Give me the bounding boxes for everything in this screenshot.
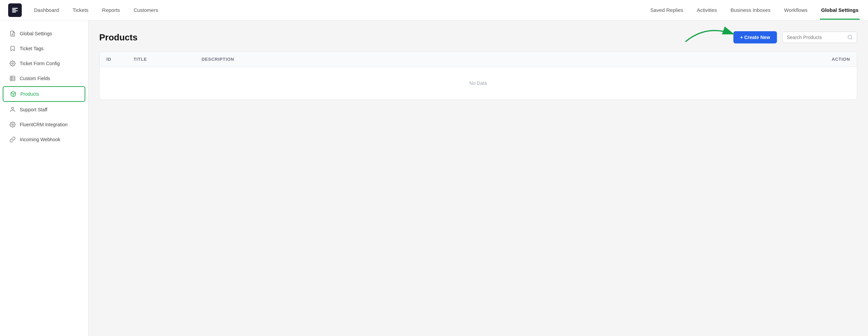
create-new-button[interactable]: + Create New <box>733 31 777 43</box>
search-input[interactable] <box>787 35 845 40</box>
page-header: Products + Create New <box>99 31 857 43</box>
nav-business-inboxes[interactable]: Business Inboxes <box>729 7 772 13</box>
svg-point-2 <box>12 63 14 64</box>
person-icon <box>10 107 16 113</box>
page-title: Products <box>99 32 728 43</box>
topnav: Dashboard Tickets Reports Customers Save… <box>0 0 868 20</box>
svg-point-8 <box>12 107 14 109</box>
nav-workflows[interactable]: Workflows <box>783 7 809 13</box>
svg-line-12 <box>851 38 852 39</box>
main-content: Products + Create New <box>88 20 868 336</box>
gear-icon <box>10 60 16 67</box>
svg-point-9 <box>12 124 14 126</box>
nav-saved-replies[interactable]: Saved Replies <box>649 7 685 13</box>
gear2-icon <box>10 122 16 128</box>
sidebar-item-products[interactable]: Products <box>3 86 85 102</box>
no-data-message: No Data <box>100 67 857 99</box>
table-header: ID Title Description Action <box>100 52 857 67</box>
col-header-action: Action <box>809 57 850 62</box>
products-table: ID Title Description Action No Data <box>99 52 857 100</box>
sidebar-item-ticket-form-config[interactable]: Ticket Form Config <box>3 56 85 71</box>
bookmark-icon <box>10 45 16 52</box>
svg-point-11 <box>848 35 852 39</box>
header-actions: + Create New <box>733 31 857 43</box>
link-icon <box>10 136 16 143</box>
sidebar-item-fluentcrm-integration[interactable]: FluentCRM Integration <box>3 117 85 132</box>
col-header-id: ID <box>106 57 134 62</box>
sidebar-item-custom-fields[interactable]: Custom Fields <box>3 71 85 86</box>
nav-global-settings[interactable]: Global Settings <box>820 7 860 13</box>
sidebar-item-support-staff[interactable]: Support Staff <box>3 102 85 117</box>
logo[interactable] <box>8 3 22 17</box>
col-header-description: Description <box>202 57 809 62</box>
layout: Global Settings Ticket Tags Ticket Form … <box>0 20 868 336</box>
svg-rect-3 <box>10 76 15 81</box>
nav-customers[interactable]: Customers <box>132 7 160 13</box>
sidebar-item-global-settings[interactable]: Global Settings <box>3 26 85 41</box>
nav-activities[interactable]: Activities <box>695 7 718 13</box>
table-icon <box>10 75 16 81</box>
nav-dashboard[interactable]: Dashboard <box>33 7 60 13</box>
nav-right: Saved Replies Activities Business Inboxe… <box>649 7 860 13</box>
nav-tickets[interactable]: Tickets <box>71 7 90 13</box>
nav-left: Dashboard Tickets Reports Customers <box>33 7 159 13</box>
sidebar-item-ticket-tags[interactable]: Ticket Tags <box>3 41 85 56</box>
search-icon <box>847 35 853 40</box>
nav-reports[interactable]: Reports <box>101 7 121 13</box>
sidebar-item-incoming-webhook[interactable]: Incoming Webhook <box>3 132 85 147</box>
col-header-title: Title <box>134 57 202 62</box>
file-icon <box>10 31 16 37</box>
sidebar: Global Settings Ticket Tags Ticket Form … <box>0 20 88 336</box>
box-icon <box>10 91 16 97</box>
search-box <box>782 32 857 43</box>
